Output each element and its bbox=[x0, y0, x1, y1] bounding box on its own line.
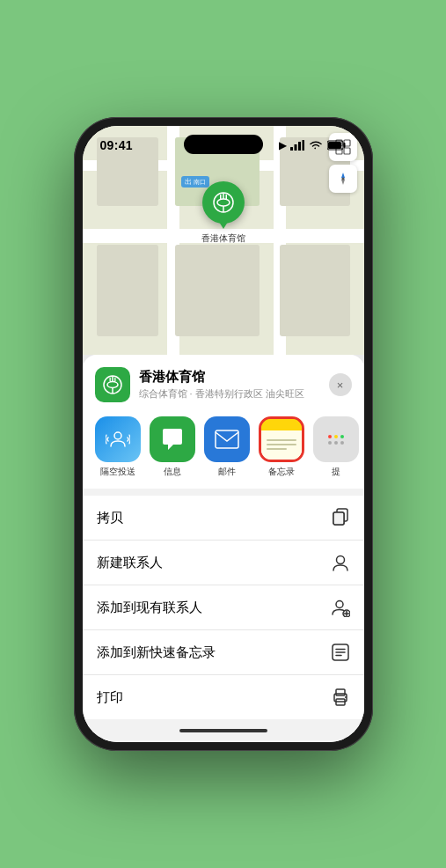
messages-label: 信息 bbox=[164, 466, 181, 478]
action-copy[interactable]: 拷贝 bbox=[83, 496, 364, 541]
action-print-label: 打印 bbox=[97, 689, 123, 706]
phone-screen: 09:41 ▶ bbox=[83, 126, 364, 742]
svg-point-29 bbox=[336, 601, 343, 608]
action-list: 拷贝 新建联系人 添加到现有联系人 bbox=[83, 496, 364, 719]
stadium-icon bbox=[211, 190, 236, 215]
action-add-notes[interactable]: 添加到新快速备忘录 bbox=[83, 630, 364, 675]
wifi-icon bbox=[309, 140, 323, 151]
airdrop-symbol bbox=[106, 427, 130, 452]
new-contact-icon bbox=[331, 553, 350, 572]
svg-point-28 bbox=[336, 556, 344, 564]
messages-icon bbox=[150, 416, 195, 462]
location-button[interactable] bbox=[329, 165, 357, 193]
status-icons: ▶ bbox=[279, 140, 347, 151]
add-contact-icon bbox=[331, 598, 350, 617]
svg-rect-1 bbox=[294, 144, 296, 151]
svg-rect-0 bbox=[290, 147, 293, 151]
svg-rect-21 bbox=[109, 378, 110, 381]
notes-label: 备忘录 bbox=[268, 466, 295, 478]
app-item-mail[interactable]: 邮件 bbox=[204, 416, 250, 478]
print-icon bbox=[331, 688, 350, 707]
mail-icon bbox=[204, 416, 250, 462]
pin-label: 香港体育馆 bbox=[201, 232, 245, 245]
app-item-messages[interactable]: 信息 bbox=[150, 416, 195, 478]
svg-rect-22 bbox=[114, 378, 115, 381]
svg-rect-3 bbox=[302, 140, 304, 151]
venue-name: 香港体育馆 bbox=[139, 369, 329, 386]
location-pin: 香港体育馆 bbox=[201, 181, 245, 245]
notes-icon bbox=[259, 416, 304, 462]
copy-icon bbox=[331, 508, 350, 527]
action-add-contact[interactable]: 添加到现有联系人 bbox=[83, 585, 364, 630]
action-new-contact[interactable]: 新建联系人 bbox=[83, 541, 364, 585]
sheet-header: 香港体育馆 综合体育馆 · 香港特别行政区 油尖旺区 × bbox=[83, 355, 364, 409]
venue-icon bbox=[95, 367, 130, 402]
svg-point-18 bbox=[107, 382, 118, 388]
venue-description: 综合体育馆 · 香港特别行政区 油尖旺区 bbox=[139, 387, 329, 401]
venue-info: 香港体育馆 综合体育馆 · 香港特别行政区 油尖旺区 bbox=[139, 369, 329, 401]
app-item-notes[interactable]: 备忘录 bbox=[259, 416, 304, 478]
app-item-airdrop[interactable]: 隔空投送 bbox=[95, 416, 141, 478]
phone-frame: 09:41 ▶ bbox=[74, 117, 373, 751]
more-icon bbox=[313, 416, 359, 462]
signal-icon bbox=[290, 140, 304, 151]
location-icon: ▶ bbox=[279, 140, 286, 151]
airdrop-label: 隔空投送 bbox=[100, 466, 135, 478]
bottom-sheet: 香港体育馆 综合体育馆 · 香港特别行政区 油尖旺区 × bbox=[83, 355, 364, 742]
venue-stadium-icon bbox=[101, 373, 124, 396]
svg-rect-11 bbox=[225, 195, 227, 199]
dynamic-island bbox=[184, 135, 263, 154]
mail-label: 邮件 bbox=[218, 466, 236, 478]
messages-symbol bbox=[159, 427, 186, 452]
close-button[interactable]: × bbox=[329, 373, 352, 396]
airdrop-icon bbox=[95, 416, 141, 462]
apps-row: 隔空投送 信息 bbox=[83, 409, 364, 489]
svg-rect-2 bbox=[298, 142, 301, 151]
svg-point-16 bbox=[341, 178, 344, 180]
quick-notes-icon bbox=[331, 643, 350, 662]
home-indicator bbox=[83, 719, 364, 742]
compass-icon bbox=[336, 172, 350, 186]
action-add-contact-label: 添加到现有联系人 bbox=[97, 600, 202, 616]
svg-rect-24 bbox=[216, 430, 238, 448]
more-label: 提 bbox=[332, 466, 340, 478]
svg-point-7 bbox=[217, 199, 230, 206]
map-area: 出 南口 香港体育馆 bbox=[83, 126, 364, 355]
svg-rect-10 bbox=[220, 195, 222, 199]
battery-icon bbox=[327, 140, 347, 151]
svg-point-40 bbox=[345, 696, 347, 698]
svg-rect-5 bbox=[328, 142, 341, 149]
status-time: 09:41 bbox=[100, 138, 133, 152]
action-copy-label: 拷贝 bbox=[97, 510, 123, 526]
mail-symbol bbox=[214, 429, 240, 450]
action-add-notes-label: 添加到新快速备忘录 bbox=[97, 644, 216, 661]
svg-rect-38 bbox=[336, 689, 345, 695]
svg-rect-27 bbox=[333, 512, 344, 525]
svg-point-23 bbox=[114, 432, 121, 439]
action-new-contact-label: 新建联系人 bbox=[97, 555, 163, 571]
app-item-more[interactable]: 提 bbox=[313, 416, 359, 478]
pin-icon-circle bbox=[202, 181, 245, 224]
action-print[interactable]: 打印 bbox=[83, 675, 364, 719]
home-bar bbox=[179, 729, 267, 732]
